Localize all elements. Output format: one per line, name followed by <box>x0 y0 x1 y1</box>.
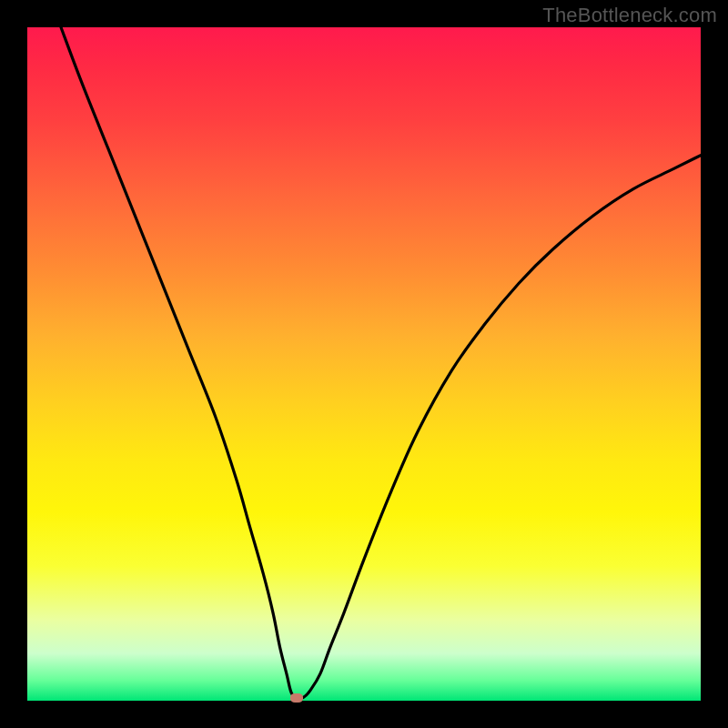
optimum-marker <box>290 693 303 703</box>
bottleneck-curve <box>61 27 701 699</box>
watermark-text: TheBottleneck.com <box>542 4 717 27</box>
curve-svg <box>27 27 701 701</box>
chart-frame: TheBottleneck.com <box>0 0 728 728</box>
plot-area <box>27 27 701 701</box>
